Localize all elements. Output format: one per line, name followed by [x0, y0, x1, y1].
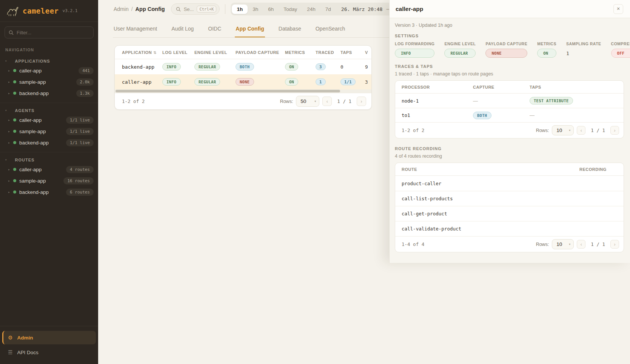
sidebar-item-admin[interactable]: ⚙ Admin	[2, 331, 96, 344]
route-row-call-get-product: call-get-product	[395, 206, 624, 221]
time-range-3h[interactable]: 3h	[248, 5, 263, 14]
rows-per-page-label: Rows:	[536, 242, 549, 247]
time-range-picker: 1h 3h 6h Today 24h 7d 26. März 20:48 — n…	[231, 3, 410, 15]
sidebar-item-routes-caller-app[interactable]: ▸ caller-app 4 routes	[0, 164, 98, 175]
cell-metrics: ON	[285, 78, 316, 86]
live-badge: 1/1 live	[66, 117, 94, 124]
nav-group-applications: ▾ APPLICATIONS ▸ caller-app 441 ▸ sample…	[0, 54, 98, 103]
rows-per-page-select[interactable]: 10 ▾	[552, 239, 574, 249]
field-value-text: 1	[566, 49, 601, 56]
status-dot	[13, 168, 16, 171]
version-meta: Version 3 · Updated 1h ago	[395, 23, 624, 28]
scrollbar-thumb[interactable]	[116, 90, 340, 92]
cell-version: 9	[365, 64, 372, 70]
time-range-6h[interactable]: 6h	[263, 5, 279, 14]
sidebar: cameleer v3.2.1 Filter... NAVIGATION ▾ A…	[0, 0, 98, 364]
tab-audit-log[interactable]: Audit Log	[171, 24, 194, 37]
cell-processor: node-1	[395, 98, 473, 104]
log-level-badge: INFO	[162, 63, 181, 71]
cell-engine-level: REGULAR	[194, 63, 236, 71]
next-page-button[interactable]: ›	[610, 126, 619, 135]
sidebar-filter-input[interactable]: Filter...	[5, 26, 94, 38]
global-search-input[interactable]: Se... Ctrl+K	[171, 3, 220, 15]
header-divider	[225, 4, 225, 14]
sidebar-item-routes-backend-app[interactable]: ▸ backend-app 6 routes	[0, 186, 98, 198]
payload-capture-badge: NONE	[236, 78, 254, 86]
horizontal-scrollbar[interactable]	[115, 89, 371, 93]
sidebar-item-applications-caller-app[interactable]: ▸ caller-app 441	[0, 65, 98, 76]
status-dot	[13, 179, 16, 182]
routes-badge: 4 routes	[66, 166, 94, 173]
sidebar-item-agents-sample-app[interactable]: ▸ sample-app 1/1 live	[0, 126, 98, 137]
chevron-down-icon: ▾	[311, 100, 316, 103]
recording-header-row: ROUTE RECORDING	[395, 163, 624, 176]
metrics-badge: ON	[285, 63, 298, 71]
sidebar-item-api-docs[interactable]: ☰ API Docs	[0, 346, 98, 359]
cell-traced: 3	[316, 63, 340, 70]
sidebar-item-agents-backend-app[interactable]: ▸ backend-app 1/1 live	[0, 137, 98, 148]
trace-row-to1[interactable]: to1 BOTH —	[395, 108, 624, 122]
prev-page-button[interactable]: ‹	[322, 97, 332, 106]
time-range-24h[interactable]: 24h	[302, 5, 320, 14]
engine-level-badge: REGULAR	[194, 78, 220, 86]
cell-route: call-validate-product	[395, 226, 575, 232]
field-payload-capture: PAYLOAD CAPTURE NONE	[485, 41, 527, 58]
sidebar-item-applications-backend-app[interactable]: ▸ backend-app 1.3k	[0, 88, 98, 99]
cell-route: product-caller	[395, 181, 575, 186]
sidebar-item-applications-sample-app[interactable]: ▸ sample-app 2.0k	[0, 76, 98, 88]
chevron-right-icon: ▸	[8, 92, 13, 95]
chevron-right-icon: ▸	[8, 69, 13, 72]
col-engine-level: ENGINE LEVEL	[194, 50, 236, 55]
camel-logo-icon	[6, 6, 19, 16]
field-metrics: METRICS ON	[537, 41, 556, 58]
field-value-badge: ON	[537, 49, 556, 58]
table-row-caller-app[interactable]: caller-app INFO REGULAR NONE ON 1 1/1 3	[115, 74, 371, 89]
cell-taps: —	[530, 112, 624, 118]
group-header-applications[interactable]: ▾ APPLICATIONS	[0, 56, 98, 65]
prev-page-button[interactable]: ‹	[577, 126, 585, 135]
time-range-7d[interactable]: 7d	[320, 5, 336, 14]
date-from[interactable]: 26. März 20:48	[336, 6, 385, 12]
rows-per-page-value: 10	[556, 127, 562, 133]
tab-user-management[interactable]: User Management	[113, 24, 158, 37]
sidebar-item-agents-caller-app[interactable]: ▸ caller-app 1/1 live	[0, 114, 98, 126]
time-range-1h[interactable]: 1h	[232, 5, 248, 14]
tab-database[interactable]: Database	[278, 24, 302, 37]
tab-app-config[interactable]: App Config	[235, 24, 265, 37]
cell-capture: BOTH	[473, 112, 530, 119]
toggle-knob	[573, 230, 579, 235]
search-icon	[176, 7, 181, 12]
tab-opensearch[interactable]: OpenSearch	[315, 24, 346, 37]
group-label: ROUTES	[15, 158, 35, 162]
group-header-routes[interactable]: ▾ ROUTES	[0, 155, 98, 164]
close-icon[interactable]: ✕	[613, 4, 623, 14]
field-value-badge: NONE	[485, 49, 527, 58]
sidebar-item-label: caller-app	[19, 68, 42, 74]
cell-capture: —	[473, 98, 530, 104]
prev-page-button[interactable]: ‹	[577, 240, 585, 249]
sidebar-item-label: sample-app	[19, 129, 46, 134]
live-badge: 1/1 live	[66, 139, 94, 146]
breadcrumb-root[interactable]: Admin	[114, 6, 129, 12]
recording-section-label: ROUTE RECORDING	[395, 146, 624, 151]
sidebar-item-label: caller-app	[19, 167, 42, 172]
cell-metrics: ON	[285, 63, 316, 71]
route-recording-table-card: ROUTE RECORDING product-caller call-list…	[395, 163, 624, 252]
filter-placeholder: Filter...	[17, 30, 31, 35]
live-badge: 1/1 live	[66, 128, 94, 135]
rows-per-page-label: Rows:	[280, 99, 293, 104]
panel-title: caller-app	[396, 6, 423, 12]
time-range-today[interactable]: Today	[279, 5, 302, 14]
next-page-button[interactable]: ›	[610, 240, 619, 249]
sidebar-item-routes-sample-app[interactable]: ▸ sample-app 16 routes	[0, 175, 98, 186]
tab-oidc[interactable]: OIDC	[207, 24, 222, 37]
next-page-button[interactable]: ›	[357, 97, 366, 106]
group-header-agents[interactable]: ▾ AGENTS	[0, 105, 98, 114]
rows-per-page-select[interactable]: 50 ▾	[296, 96, 319, 107]
table-row-backend-app[interactable]: backend-app INFO REGULAR BOTH ON 3 0 9	[115, 59, 371, 74]
traces-header-row: PROCESSOR CAPTURE TAPS	[395, 81, 624, 94]
col-application[interactable]: APPLICATION⇅	[115, 50, 162, 55]
trace-row-node-1[interactable]: node-1 — TEST ATTRIBUTE	[395, 94, 624, 108]
rows-per-page-select[interactable]: 10 ▾	[552, 125, 574, 135]
settings-fields: LOG FORWARDING INFO ENGINE LEVEL REGULAR…	[395, 41, 624, 58]
